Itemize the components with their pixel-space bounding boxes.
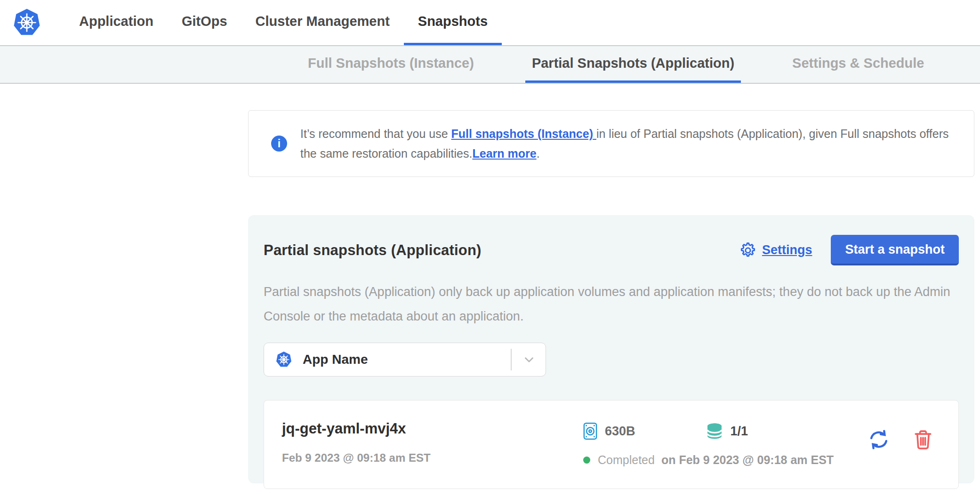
snapshot-name: jq-get-yaml-mvj4x — [282, 420, 583, 437]
settings-link-label: Settings — [762, 243, 812, 257]
snapshot-details: 630B 1/1 Completed — [583, 420, 834, 467]
chevron-down-icon[interactable] — [522, 353, 536, 367]
snapshot-row: jq-get-yaml-mvj4x Feb 9 2023 @ 09:18 am … — [264, 400, 959, 489]
snapshot-volumes-stat: 1/1 — [706, 423, 748, 440]
restore-snapshot-icon[interactable] — [868, 429, 890, 450]
selector-divider — [511, 349, 512, 370]
banner-text: It’s recommend that you use Full snapsho… — [300, 124, 955, 163]
snapshot-stats: 630B 1/1 — [583, 422, 834, 440]
status-dot-icon — [583, 457, 590, 464]
snapshot-volumes: 1/1 — [731, 424, 748, 439]
tab-partial-snapshots-application[interactable]: Partial Snapshots (Application) — [525, 46, 741, 83]
snapshot-size: 630B — [605, 424, 635, 439]
snapshot-started-date: Feb 9 2023 @ 09:18 am EST — [282, 451, 583, 465]
panel-actions: Settings Start a snapshot — [739, 235, 959, 265]
snapshot-status: Completed on Feb 9 2023 @ 09:18 am EST — [583, 453, 834, 467]
tab-settings-schedule[interactable]: Settings & Schedule — [786, 46, 931, 83]
kubernetes-logo — [8, 0, 46, 45]
primary-nav: Application GitOps Cluster Management Sn… — [65, 0, 502, 45]
panel-description: Partial snapshots (Application) only bac… — [264, 280, 959, 329]
delete-snapshot-icon[interactable] — [912, 429, 934, 450]
learn-more-link[interactable]: Learn more — [472, 147, 536, 160]
database-icon — [706, 423, 723, 440]
snapshot-size-stat: 630B — [583, 422, 635, 440]
gear-icon — [739, 242, 756, 259]
tab-full-snapshots-instance[interactable]: Full Snapshots (Instance) — [301, 46, 481, 83]
recommendation-banner: i It’s recommend that you use Full snaps… — [248, 110, 974, 177]
snapshot-info: jq-get-yaml-mvj4x Feb 9 2023 @ 09:18 am … — [282, 420, 583, 465]
status-label: Completed — [598, 453, 655, 467]
banner-text-after: . — [537, 147, 540, 160]
info-icon: i — [271, 136, 287, 152]
app-name-value: App Name — [303, 352, 368, 367]
partial-snapshots-panel: Partial snapshots (Application) Settings… — [248, 215, 974, 483]
kubernetes-app-icon — [275, 351, 292, 368]
app-name-selector[interactable]: App Name — [264, 343, 546, 377]
panel-header: Partial snapshots (Application) Settings… — [264, 235, 959, 265]
full-snapshots-instance-link[interactable]: Full snapshots (Instance) — [451, 127, 596, 140]
top-navbar: Application GitOps Cluster Management Sn… — [0, 0, 980, 45]
status-finished-date: on Feb 9 2023 @ 09:18 am EST — [661, 453, 834, 467]
snapshot-actions — [868, 420, 941, 450]
banner-text-before: It’s recommend that you use — [300, 127, 451, 140]
snapshots-subtab-bar: Full Snapshots (Instance) Partial Snapsh… — [0, 45, 980, 84]
nav-item-snapshots[interactable]: Snapshots — [404, 0, 502, 45]
nav-item-cluster-management[interactable]: Cluster Management — [241, 0, 404, 45]
start-snapshot-button[interactable]: Start a snapshot — [831, 235, 959, 265]
disk-icon — [583, 422, 597, 440]
settings-link[interactable]: Settings — [739, 242, 812, 259]
nav-item-gitops[interactable]: GitOps — [168, 0, 241, 45]
panel-title: Partial snapshots (Application) — [264, 242, 482, 259]
nav-item-application[interactable]: Application — [65, 0, 168, 45]
